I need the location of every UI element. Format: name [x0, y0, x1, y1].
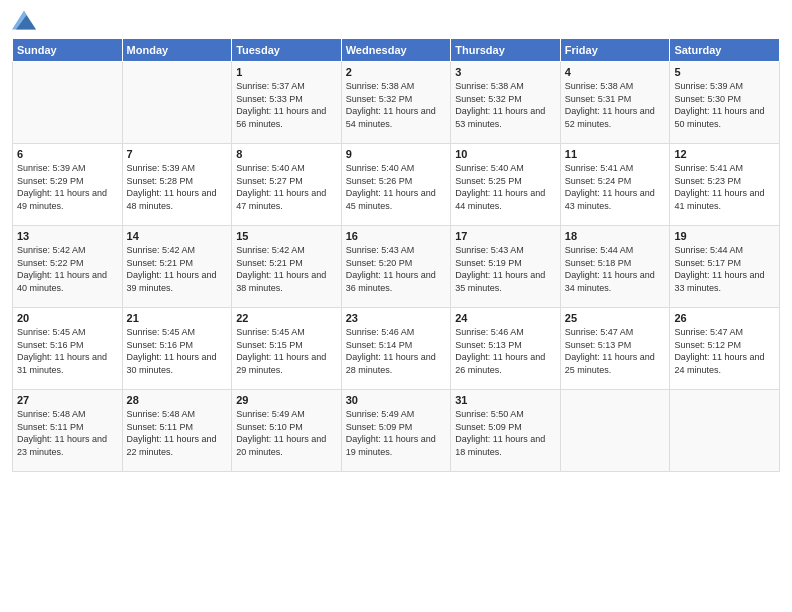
- day-number: 8: [236, 148, 337, 160]
- calendar-cell: 24Sunrise: 5:46 AM Sunset: 5:13 PM Dayli…: [451, 308, 561, 390]
- day-number: 22: [236, 312, 337, 324]
- calendar-cell: 2Sunrise: 5:38 AM Sunset: 5:32 PM Daylig…: [341, 62, 451, 144]
- day-info: Sunrise: 5:47 AM Sunset: 5:12 PM Dayligh…: [674, 326, 775, 376]
- calendar-cell: 14Sunrise: 5:42 AM Sunset: 5:21 PM Dayli…: [122, 226, 232, 308]
- day-info: Sunrise: 5:49 AM Sunset: 5:09 PM Dayligh…: [346, 408, 447, 458]
- calendar-cell: 27Sunrise: 5:48 AM Sunset: 5:11 PM Dayli…: [13, 390, 123, 472]
- day-info: Sunrise: 5:43 AM Sunset: 5:19 PM Dayligh…: [455, 244, 556, 294]
- calendar-cell: 5Sunrise: 5:39 AM Sunset: 5:30 PM Daylig…: [670, 62, 780, 144]
- calendar-cell: 29Sunrise: 5:49 AM Sunset: 5:10 PM Dayli…: [232, 390, 342, 472]
- calendar-cell: 12Sunrise: 5:41 AM Sunset: 5:23 PM Dayli…: [670, 144, 780, 226]
- day-number: 24: [455, 312, 556, 324]
- day-info: Sunrise: 5:42 AM Sunset: 5:22 PM Dayligh…: [17, 244, 118, 294]
- calendar-cell: 22Sunrise: 5:45 AM Sunset: 5:15 PM Dayli…: [232, 308, 342, 390]
- day-number: 11: [565, 148, 666, 160]
- calendar-cell: 18Sunrise: 5:44 AM Sunset: 5:18 PM Dayli…: [560, 226, 670, 308]
- calendar-cell: 26Sunrise: 5:47 AM Sunset: 5:12 PM Dayli…: [670, 308, 780, 390]
- calendar-cell: 23Sunrise: 5:46 AM Sunset: 5:14 PM Dayli…: [341, 308, 451, 390]
- day-number: 26: [674, 312, 775, 324]
- day-number: 27: [17, 394, 118, 406]
- day-info: Sunrise: 5:39 AM Sunset: 5:30 PM Dayligh…: [674, 80, 775, 130]
- day-info: Sunrise: 5:45 AM Sunset: 5:15 PM Dayligh…: [236, 326, 337, 376]
- day-number: 7: [127, 148, 228, 160]
- day-number: 19: [674, 230, 775, 242]
- day-number: 21: [127, 312, 228, 324]
- day-number: 13: [17, 230, 118, 242]
- day-number: 25: [565, 312, 666, 324]
- calendar-cell: 31Sunrise: 5:50 AM Sunset: 5:09 PM Dayli…: [451, 390, 561, 472]
- day-info: Sunrise: 5:44 AM Sunset: 5:18 PM Dayligh…: [565, 244, 666, 294]
- calendar-cell: 30Sunrise: 5:49 AM Sunset: 5:09 PM Dayli…: [341, 390, 451, 472]
- day-header-row: SundayMondayTuesdayWednesdayThursdayFrid…: [13, 39, 780, 62]
- day-number: 17: [455, 230, 556, 242]
- day-number: 14: [127, 230, 228, 242]
- day-info: Sunrise: 5:38 AM Sunset: 5:32 PM Dayligh…: [455, 80, 556, 130]
- day-number: 29: [236, 394, 337, 406]
- day-info: Sunrise: 5:40 AM Sunset: 5:27 PM Dayligh…: [236, 162, 337, 212]
- calendar-cell: 10Sunrise: 5:40 AM Sunset: 5:25 PM Dayli…: [451, 144, 561, 226]
- day-info: Sunrise: 5:45 AM Sunset: 5:16 PM Dayligh…: [17, 326, 118, 376]
- day-number: 20: [17, 312, 118, 324]
- day-number: 3: [455, 66, 556, 78]
- day-number: 9: [346, 148, 447, 160]
- day-info: Sunrise: 5:48 AM Sunset: 5:11 PM Dayligh…: [127, 408, 228, 458]
- header: [12, 10, 780, 30]
- header-saturday: Saturday: [670, 39, 780, 62]
- week-row-3: 13Sunrise: 5:42 AM Sunset: 5:22 PM Dayli…: [13, 226, 780, 308]
- header-tuesday: Tuesday: [232, 39, 342, 62]
- calendar-cell: [670, 390, 780, 472]
- day-info: Sunrise: 5:37 AM Sunset: 5:33 PM Dayligh…: [236, 80, 337, 130]
- day-number: 31: [455, 394, 556, 406]
- day-info: Sunrise: 5:39 AM Sunset: 5:29 PM Dayligh…: [17, 162, 118, 212]
- calendar-cell: 6Sunrise: 5:39 AM Sunset: 5:29 PM Daylig…: [13, 144, 123, 226]
- day-number: 5: [674, 66, 775, 78]
- day-info: Sunrise: 5:46 AM Sunset: 5:13 PM Dayligh…: [455, 326, 556, 376]
- week-row-4: 20Sunrise: 5:45 AM Sunset: 5:16 PM Dayli…: [13, 308, 780, 390]
- day-info: Sunrise: 5:50 AM Sunset: 5:09 PM Dayligh…: [455, 408, 556, 458]
- day-number: 12: [674, 148, 775, 160]
- day-info: Sunrise: 5:40 AM Sunset: 5:26 PM Dayligh…: [346, 162, 447, 212]
- calendar-cell: 13Sunrise: 5:42 AM Sunset: 5:22 PM Dayli…: [13, 226, 123, 308]
- calendar-cell: 15Sunrise: 5:42 AM Sunset: 5:21 PM Dayli…: [232, 226, 342, 308]
- day-info: Sunrise: 5:43 AM Sunset: 5:20 PM Dayligh…: [346, 244, 447, 294]
- calendar-table: SundayMondayTuesdayWednesdayThursdayFrid…: [12, 38, 780, 472]
- calendar-cell: 28Sunrise: 5:48 AM Sunset: 5:11 PM Dayli…: [122, 390, 232, 472]
- calendar-cell: [122, 62, 232, 144]
- calendar-cell: 1Sunrise: 5:37 AM Sunset: 5:33 PM Daylig…: [232, 62, 342, 144]
- day-info: Sunrise: 5:49 AM Sunset: 5:10 PM Dayligh…: [236, 408, 337, 458]
- header-wednesday: Wednesday: [341, 39, 451, 62]
- day-info: Sunrise: 5:45 AM Sunset: 5:16 PM Dayligh…: [127, 326, 228, 376]
- calendar-cell: 16Sunrise: 5:43 AM Sunset: 5:20 PM Dayli…: [341, 226, 451, 308]
- header-friday: Friday: [560, 39, 670, 62]
- calendar-cell: 21Sunrise: 5:45 AM Sunset: 5:16 PM Dayli…: [122, 308, 232, 390]
- calendar-cell: [13, 62, 123, 144]
- week-row-5: 27Sunrise: 5:48 AM Sunset: 5:11 PM Dayli…: [13, 390, 780, 472]
- day-number: 4: [565, 66, 666, 78]
- calendar-cell: [560, 390, 670, 472]
- day-info: Sunrise: 5:48 AM Sunset: 5:11 PM Dayligh…: [17, 408, 118, 458]
- calendar-cell: 4Sunrise: 5:38 AM Sunset: 5:31 PM Daylig…: [560, 62, 670, 144]
- day-number: 2: [346, 66, 447, 78]
- calendar-cell: 11Sunrise: 5:41 AM Sunset: 5:24 PM Dayli…: [560, 144, 670, 226]
- day-number: 15: [236, 230, 337, 242]
- day-info: Sunrise: 5:41 AM Sunset: 5:23 PM Dayligh…: [674, 162, 775, 212]
- day-info: Sunrise: 5:41 AM Sunset: 5:24 PM Dayligh…: [565, 162, 666, 212]
- week-row-2: 6Sunrise: 5:39 AM Sunset: 5:29 PM Daylig…: [13, 144, 780, 226]
- day-info: Sunrise: 5:47 AM Sunset: 5:13 PM Dayligh…: [565, 326, 666, 376]
- calendar-cell: 9Sunrise: 5:40 AM Sunset: 5:26 PM Daylig…: [341, 144, 451, 226]
- day-number: 23: [346, 312, 447, 324]
- day-number: 1: [236, 66, 337, 78]
- calendar-cell: 20Sunrise: 5:45 AM Sunset: 5:16 PM Dayli…: [13, 308, 123, 390]
- day-number: 28: [127, 394, 228, 406]
- logo: [12, 10, 40, 30]
- calendar-cell: 7Sunrise: 5:39 AM Sunset: 5:28 PM Daylig…: [122, 144, 232, 226]
- calendar-cell: 3Sunrise: 5:38 AM Sunset: 5:32 PM Daylig…: [451, 62, 561, 144]
- day-info: Sunrise: 5:42 AM Sunset: 5:21 PM Dayligh…: [127, 244, 228, 294]
- calendar-cell: 19Sunrise: 5:44 AM Sunset: 5:17 PM Dayli…: [670, 226, 780, 308]
- day-info: Sunrise: 5:44 AM Sunset: 5:17 PM Dayligh…: [674, 244, 775, 294]
- day-info: Sunrise: 5:38 AM Sunset: 5:31 PM Dayligh…: [565, 80, 666, 130]
- calendar-cell: 17Sunrise: 5:43 AM Sunset: 5:19 PM Dayli…: [451, 226, 561, 308]
- logo-icon: [12, 10, 36, 30]
- page: SundayMondayTuesdayWednesdayThursdayFrid…: [0, 0, 792, 612]
- calendar-cell: 25Sunrise: 5:47 AM Sunset: 5:13 PM Dayli…: [560, 308, 670, 390]
